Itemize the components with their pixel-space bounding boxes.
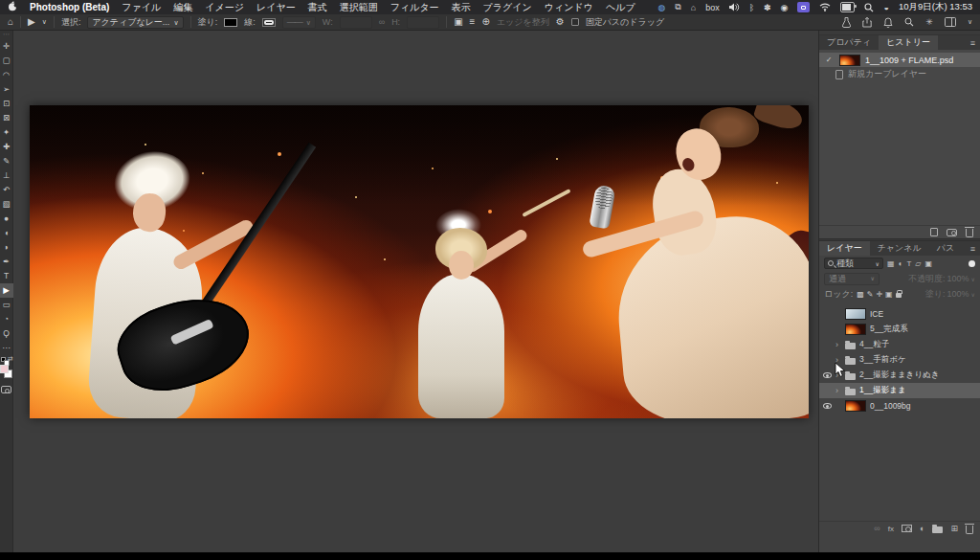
menu-file[interactable]: ファイル: [122, 1, 161, 14]
type-tool[interactable]: T: [0, 269, 13, 283]
constrain-path-checkbox[interactable]: [571, 18, 579, 26]
default-colors-icon[interactable]: [1, 357, 6, 362]
pen-tool[interactable]: ✒: [0, 255, 13, 269]
battery-icon[interactable]: [840, 2, 855, 12]
clone-stamp-tool[interactable]: ⊥: [0, 168, 13, 183]
hand-tool[interactable]: ◔: [0, 312, 13, 326]
menu-plugins[interactable]: プラグイン: [483, 1, 532, 14]
lock-transparency-icon[interactable]: ▩: [857, 290, 864, 299]
filter-kind-dropdown[interactable]: 種類 ∨: [824, 258, 883, 269]
stroke-swatch[interactable]: [262, 18, 276, 27]
adjustment-layer-icon[interactable]: ◐: [920, 524, 924, 533]
record-icon[interactable]: ◉: [781, 2, 789, 12]
layer-group-1-satsuei-mama[interactable]: › 1__撮影まま: [819, 383, 980, 398]
expand-chevron-icon[interactable]: ›: [835, 370, 841, 380]
filter-smart-objects-icon[interactable]: ▣: [924, 259, 932, 268]
delete-layer-icon[interactable]: [966, 526, 973, 534]
add-mask-icon[interactable]: [902, 525, 912, 532]
display-icon[interactable]: ⧉: [675, 2, 680, 12]
visibility-cell[interactable]: [822, 372, 832, 378]
edit-toolbar-icon[interactable]: ⋯: [0, 341, 13, 355]
document-canvas[interactable]: [30, 105, 809, 418]
zoom-tool[interactable]: Ϙ: [0, 326, 13, 341]
lock-all-icon[interactable]: [896, 293, 902, 298]
expand-chevron-icon[interactable]: ›: [835, 340, 841, 349]
tab-channels[interactable]: チャンネル: [870, 241, 929, 256]
tab-paths[interactable]: パス: [929, 241, 962, 256]
current-tool-icon[interactable]: ▶: [28, 17, 35, 27]
tab-properties[interactable]: プロパティ: [819, 35, 879, 50]
menubar-clock[interactable]: 10月9日(木) 13:53: [899, 1, 972, 13]
move-tool[interactable]: ✛: [0, 39, 13, 54]
new-snapshot-icon[interactable]: [947, 229, 957, 236]
eye-icon[interactable]: [823, 403, 832, 409]
search-icon[interactable]: [904, 17, 914, 27]
blur-tool[interactable]: ●: [0, 212, 13, 226]
fill-control[interactable]: 塗り: 100% ∨: [925, 288, 975, 301]
apple-menu-icon[interactable]: [8, 1, 17, 13]
swap-colors-icon[interactable]: ⇄: [8, 355, 13, 363]
spotlight-search-icon[interactable]: [864, 2, 874, 12]
rectangle-tool[interactable]: ▭: [0, 298, 13, 312]
healing-brush-tool[interactable]: ✚: [0, 140, 13, 154]
menu-image[interactable]: イメージ: [205, 1, 244, 14]
path-operations-icon[interactable]: ▣: [454, 17, 462, 27]
menu-window[interactable]: ウィンドウ: [545, 1, 593, 14]
volume-icon[interactable]: [729, 2, 740, 12]
panel-menu-icon[interactable]: ≡: [966, 241, 980, 256]
layer-thumbnail[interactable]: [845, 324, 866, 335]
globe-icon[interactable]: ◍: [657, 2, 665, 12]
menu-type[interactable]: 書式: [308, 1, 327, 14]
eyedropper-tool[interactable]: ✦: [0, 125, 13, 140]
path-selection-tool[interactable]: ▶: [0, 283, 13, 298]
marquee-tool[interactable]: ▢: [0, 54, 13, 68]
layer-thumbnail[interactable]: [845, 308, 866, 320]
path-alignment-icon[interactable]: ≡: [470, 17, 476, 27]
fill-swatch[interactable]: [224, 18, 237, 27]
lock-pixels-icon[interactable]: ✎: [867, 290, 874, 299]
dodge-tool[interactable]: ◖: [0, 226, 13, 240]
history-snapshot-row[interactable]: ✓ 1__1009 + FLAME.psd: [819, 53, 980, 67]
app-menu[interactable]: Photoshop (Beta): [30, 2, 109, 12]
eye-icon[interactable]: [823, 372, 832, 378]
home-icon[interactable]: ⌂: [691, 2, 696, 12]
bell-icon[interactable]: [883, 17, 893, 28]
layer-group-4-ryuushi[interactable]: › 4__粒子: [819, 337, 980, 352]
user-switch-icon[interactable]: ◒: [883, 2, 888, 12]
blend-mode-dropdown[interactable]: 通過 ∨: [824, 273, 880, 285]
link-layers-icon[interactable]: ∞: [874, 524, 880, 533]
lock-artboard-icon[interactable]: ▣: [885, 290, 893, 299]
share-icon[interactable]: [862, 17, 872, 28]
menu-filter[interactable]: フィルター: [390, 1, 439, 14]
layer-style-icon[interactable]: fx: [888, 525, 894, 533]
delete-state-icon[interactable]: [966, 229, 973, 237]
menu-select[interactable]: 選択範囲: [340, 1, 378, 14]
quick-mask-button[interactable]: [1, 386, 11, 393]
chevron-down-icon[interactable]: ∨: [968, 18, 972, 26]
frame-tool[interactable]: ⊠: [0, 111, 13, 125]
select-mode-dropdown[interactable]: アクティブなレー... ∨: [87, 16, 183, 29]
path-arrangement-icon[interactable]: ⊕: [481, 17, 489, 27]
beta-flask-icon[interactable]: [842, 17, 851, 28]
brush-tool[interactable]: ✎: [0, 154, 13, 168]
layer-row-0-1009bg[interactable]: 0__1009bg: [819, 398, 980, 414]
filter-pixel-layers-icon[interactable]: ▦: [887, 259, 895, 268]
menu-view[interactable]: 表示: [452, 1, 471, 14]
layer-group-3-temaeboke[interactable]: › 3__手前ボケ: [819, 352, 980, 368]
expand-chevron-icon[interactable]: ›: [835, 355, 841, 365]
canvas-workspace[interactable]: [13, 31, 818, 552]
foreground-color-swatch[interactable]: [0, 365, 9, 373]
box-menu-item[interactable]: box: [705, 2, 720, 12]
wifi-icon[interactable]: [819, 2, 831, 12]
gradient-tool[interactable]: ▧: [0, 197, 13, 212]
lock-position-icon[interactable]: ✛: [876, 290, 882, 299]
history-state-row[interactable]: 新規カーブレイヤー: [819, 67, 980, 81]
filter-adjustment-layers-icon[interactable]: ◐: [899, 259, 903, 268]
new-layer-icon[interactable]: ⊞: [950, 524, 958, 533]
workspace-layout-icon[interactable]: [945, 17, 956, 27]
panel-menu-icon[interactable]: ≡: [966, 35, 980, 50]
gear-icon[interactable]: ⚙: [556, 17, 565, 27]
object-selection-tool[interactable]: ➢: [0, 82, 13, 97]
filter-toggle[interactable]: [969, 260, 975, 267]
tab-layers[interactable]: レイヤー: [819, 241, 870, 256]
